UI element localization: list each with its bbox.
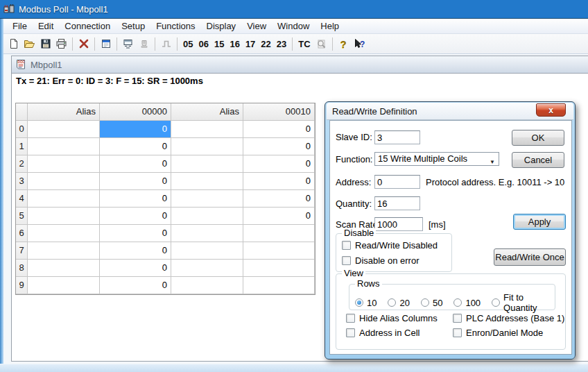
grid-cell[interactable]	[243, 277, 315, 294]
grid-cell[interactable]: 0	[100, 242, 171, 260]
toolbar-function-06[interactable]: 06	[196, 39, 211, 49]
function-dropdown[interactable]: 15 Write Multiple Coils ▼	[374, 152, 499, 166]
grid-cell[interactable]: 0	[243, 208, 315, 225]
slave-id-input[interactable]	[374, 130, 420, 144]
grid-cell[interactable]: 0	[243, 138, 315, 155]
menu-item-connection[interactable]: Connection	[59, 21, 116, 31]
grid-cell[interactable]: 0	[243, 190, 315, 208]
dialog-close-button[interactable]: x	[536, 103, 566, 117]
menu-item-functions[interactable]: Functions	[150, 21, 200, 31]
child-titlebar[interactable]: DOC Mbpoll1	[12, 56, 588, 74]
communication-button[interactable]	[120, 36, 136, 51]
rows-option-100[interactable]: 100	[453, 298, 481, 308]
about-button[interactable]: ?	[336, 36, 352, 51]
hide-alias-columns-checkbox[interactable]: Hide Alias Columns	[346, 313, 438, 323]
scan-rate-input[interactable]	[374, 217, 423, 231]
print-button[interactable]	[53, 36, 69, 51]
rows-option-10[interactable]: 10	[355, 298, 377, 308]
grid-cell[interactable]: 0	[100, 277, 171, 294]
read-write-definition-icon	[101, 38, 112, 49]
rows-option-20[interactable]: 20	[388, 298, 409, 308]
grid-cell[interactable]	[171, 121, 243, 138]
new-file-icon	[8, 38, 19, 49]
address-in-cell-checkbox[interactable]: Address in Cell	[346, 328, 420, 338]
read-write-once-button[interactable]: Read/Write Once	[494, 248, 566, 266]
grid-cell[interactable]: 0	[100, 155, 171, 173]
grid-header-cell: Alias	[28, 103, 100, 121]
grid-cell[interactable]: 0	[100, 190, 171, 208]
radio-label: 20	[399, 298, 409, 308]
grid-cell[interactable]	[243, 260, 315, 277]
grid-cell[interactable]	[171, 173, 243, 190]
grid-cell[interactable]: 0	[243, 155, 315, 173]
grid-cell[interactable]: 0	[100, 121, 171, 138]
grid-cell[interactable]: 0	[100, 260, 171, 277]
grid-cell[interactable]: 0	[100, 173, 171, 190]
grid-cell[interactable]: 0	[243, 173, 315, 190]
cancel-button[interactable]: Cancel	[512, 152, 564, 168]
grid-cell[interactable]	[171, 225, 243, 242]
grid-cell[interactable]	[171, 277, 243, 294]
grid-cell[interactable]	[28, 190, 100, 208]
grid-cell[interactable]	[28, 208, 100, 225]
quantity-input[interactable]	[374, 196, 420, 210]
apply-button[interactable]: Apply	[513, 214, 566, 230]
save-button[interactable]	[37, 36, 53, 51]
open-file-icon	[24, 38, 35, 49]
menu-item-view[interactable]: View	[241, 21, 272, 31]
new-file-button[interactable]	[6, 36, 21, 51]
grid-cell[interactable]	[171, 260, 243, 277]
menu-item-display[interactable]: Display	[201, 21, 242, 31]
grid-cell[interactable]	[28, 225, 100, 242]
menu-item-window[interactable]: Window	[272, 21, 315, 31]
toolbar-function-05[interactable]: 05	[180, 39, 196, 49]
menu-item-help[interactable]: Help	[315, 21, 345, 31]
toolbar-function-17[interactable]: 17	[243, 39, 258, 49]
grid-row-header: 0	[16, 121, 28, 138]
function-buttons: 05061516172223	[180, 39, 289, 49]
grid-cell[interactable]	[171, 155, 243, 173]
menu-item-file[interactable]: File	[7, 21, 33, 31]
grid-cell[interactable]: 0	[100, 208, 171, 225]
grid-cell[interactable]	[171, 208, 243, 225]
grid-cell[interactable]	[28, 121, 100, 138]
slave-id-label: Slave ID:	[336, 130, 372, 144]
disconnect-icon	[78, 38, 89, 49]
menu-item-edit[interactable]: Edit	[33, 21, 59, 31]
close-icon: x	[548, 105, 553, 115]
grid-cell[interactable]	[171, 138, 243, 155]
disable-on-error-checkbox[interactable]: Disable on error	[342, 255, 420, 266]
grid-cell[interactable]	[28, 138, 100, 155]
toolbar-function-16[interactable]: 16	[227, 39, 242, 49]
disconnect-button[interactable]	[76, 36, 92, 51]
toolbar-function-15[interactable]: 15	[211, 39, 227, 49]
read-write-disabled-checkbox[interactable]: Read/Write Disabled	[342, 240, 438, 251]
grid-cell[interactable]: 0	[100, 138, 171, 155]
grid-cell[interactable]: 0	[100, 225, 171, 242]
test-center-button[interactable]: TC	[295, 39, 313, 49]
radio-icon	[492, 298, 500, 307]
grid-cell[interactable]	[171, 190, 243, 208]
toolbar-function-22[interactable]: 22	[258, 39, 273, 49]
plc-addresses-checkbox[interactable]: PLC Addresses (Base 1)	[453, 313, 564, 323]
rows-option-fit-to-quantity[interactable]: Fit to Quantity	[492, 292, 544, 313]
grid-cell[interactable]	[171, 242, 243, 260]
ok-button[interactable]: OK	[512, 130, 564, 146]
grid-cell[interactable]: 0	[243, 121, 315, 138]
menu-item-setup[interactable]: Setup	[116, 21, 150, 31]
enron-daniel-mode-checkbox[interactable]: Enron/Daniel Mode	[453, 328, 543, 338]
context-help-button[interactable]: ?	[352, 36, 368, 51]
toolbar-separator	[177, 37, 178, 51]
read-write-definition-button[interactable]	[98, 36, 114, 51]
open-file-button[interactable]	[21, 36, 37, 51]
grid-cell[interactable]	[28, 260, 100, 277]
toolbar-function-23[interactable]: 23	[274, 39, 289, 49]
grid-cell[interactable]	[243, 225, 315, 242]
grid-cell[interactable]	[28, 242, 100, 260]
grid-cell[interactable]	[28, 173, 100, 190]
grid-cell[interactable]	[28, 277, 100, 294]
grid-cell[interactable]	[243, 242, 315, 260]
rows-option-50[interactable]: 50	[421, 298, 442, 308]
grid-cell[interactable]	[28, 155, 100, 173]
address-input[interactable]	[374, 175, 420, 189]
